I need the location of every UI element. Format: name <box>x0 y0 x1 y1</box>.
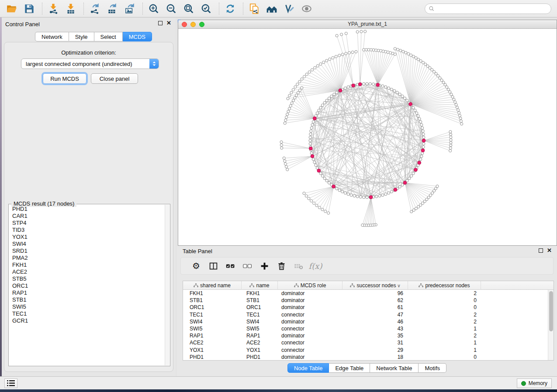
tab-motifs[interactable]: Motifs <box>419 363 446 373</box>
optimization-criterion-label: Optimization criterion: <box>4 49 173 56</box>
create-column-icon[interactable] <box>257 260 272 272</box>
show-hide-icon[interactable] <box>300 2 313 15</box>
run-mcds-button[interactable]: Run MCDS <box>43 73 86 84</box>
close-window-icon[interactable] <box>182 22 187 27</box>
memory-label: Memory <box>529 380 547 386</box>
table-row[interactable]: STB1STB1dominator620 <box>183 297 548 304</box>
tab-style[interactable]: Style <box>69 32 94 41</box>
mcds-node-item[interactable]: PHD1 <box>9 206 165 213</box>
status-bar: Memory <box>0 376 557 389</box>
save-session-icon[interactable] <box>23 2 36 15</box>
mcds-node-item[interactable]: GCR1 <box>9 317 165 324</box>
maximize-window-icon[interactable] <box>199 22 204 27</box>
function-builder-icon: f(x) <box>308 260 323 272</box>
home-layout-icon[interactable] <box>265 2 278 15</box>
mcds-result-list[interactable]: PHD1CAR1STP4TID3YOX1SWI4SRD1PMA2FKH1ACE2… <box>9 206 165 365</box>
mcds-node-item[interactable]: ACE2 <box>9 268 165 275</box>
close-panel-icon[interactable]: ✕ <box>166 21 171 25</box>
tab-network[interactable]: Network <box>35 32 69 41</box>
table-row[interactable]: ACE2ACE2connector311 <box>183 339 548 346</box>
tab-node-table[interactable]: Node Table <box>287 363 329 373</box>
float-panel-icon[interactable] <box>539 248 543 253</box>
column-header-shared-name[interactable]: shared name <box>183 281 242 290</box>
mcds-list-scrollbar[interactable] <box>165 205 170 365</box>
table-row[interactable]: FKH1FKH1dominator962 <box>183 290 548 297</box>
clone-network-icon[interactable] <box>248 2 261 15</box>
zoom-in-icon[interactable] <box>147 2 160 15</box>
table-header-row: shared namenameMCDS rolesuccessor nodesv… <box>183 281 554 290</box>
search-field[interactable] <box>425 3 551 14</box>
delete-column-icon[interactable] <box>274 260 289 272</box>
export-table-icon[interactable] <box>106 2 119 15</box>
optimization-criterion-select[interactable]: largest connected component (undirected) <box>21 58 159 69</box>
task-history-button[interactable] <box>4 378 17 388</box>
mcds-tab-content: Optimization criterion: largest connecte… <box>4 42 173 372</box>
table-cell: STB1 <box>183 297 242 303</box>
mcds-node-item[interactable]: SRD1 <box>9 248 165 254</box>
network-window-titlebar[interactable]: YPA_prune.txt_1 <box>178 20 557 29</box>
network-canvas[interactable] <box>178 29 557 245</box>
table-cell: dominator <box>278 354 343 360</box>
table-row[interactable]: PHD1PHD1dominator180 <box>183 354 548 360</box>
close-panel-button[interactable]: Close panel <box>91 73 138 84</box>
mcds-node-item[interactable]: STB1 <box>9 296 165 303</box>
table-cell: PHD1 <box>183 354 242 360</box>
dropdown-stepper-icon <box>149 59 159 69</box>
mcds-node-item[interactable]: ORC1 <box>9 282 165 289</box>
zoom-selected-icon[interactable] <box>200 2 213 15</box>
column-header-predecessor-nodes[interactable]: predecessor nodes <box>408 281 481 290</box>
float-panel-icon[interactable] <box>158 21 163 25</box>
search-input[interactable] <box>435 4 551 13</box>
mcds-node-item[interactable]: TEC1 <box>9 310 165 317</box>
tab-network-table[interactable]: Network Table <box>370 363 419 373</box>
table-row[interactable]: TEC1TEC1connector472 <box>183 311 548 318</box>
unselect-all-columns-icon[interactable] <box>240 260 255 272</box>
show-columns-icon[interactable] <box>206 260 221 272</box>
table-settings-gear-icon[interactable]: ⚙ <box>189 260 204 272</box>
mcds-node-item[interactable]: YOX1 <box>9 234 165 241</box>
column-header-name[interactable]: name <box>242 281 278 290</box>
table-panel-header: Table Panel ✕ <box>177 246 557 256</box>
mcds-node-item[interactable]: PMA2 <box>9 254 165 261</box>
annotation-icon[interactable] <box>283 2 296 15</box>
mcds-node-item[interactable]: SWI4 <box>9 241 165 248</box>
table-cell: 47 <box>343 312 408 318</box>
table-cell: FKH1 <box>183 290 242 296</box>
mcds-node-item[interactable]: TID3 <box>9 227 165 234</box>
export-network-icon[interactable] <box>88 2 101 15</box>
zoom-fit-icon[interactable] <box>182 2 195 15</box>
tab-select[interactable]: Select <box>94 32 123 41</box>
import-table-icon[interactable] <box>64 2 77 15</box>
table-row[interactable]: ORC1ORC1dominator610 <box>183 304 548 311</box>
table-cell: PHD1 <box>242 354 278 360</box>
mcds-node-item[interactable]: RAP1 <box>9 289 165 296</box>
table-cell: connector <box>278 312 343 318</box>
table-body[interactable]: FKH1FKH1dominator962STB1STB1dominator620… <box>183 290 548 360</box>
mcds-node-item[interactable]: SWI5 <box>9 303 165 310</box>
table-cell: 2 <box>408 312 481 318</box>
import-network-icon[interactable] <box>47 2 60 15</box>
column-header-MCDS-role[interactable]: MCDS role <box>278 281 343 290</box>
refresh-icon[interactable] <box>224 2 237 15</box>
zoom-out-icon[interactable] <box>165 2 178 15</box>
table-scrollbar[interactable] <box>548 290 554 360</box>
tab-mcds[interactable]: MCDS <box>123 32 152 41</box>
mcds-node-item[interactable]: CAR1 <box>9 213 165 220</box>
memory-button[interactable]: Memory <box>517 378 552 388</box>
mcds-node-item[interactable]: FKH1 <box>9 261 165 268</box>
table-row[interactable]: SWI5SWI5connector431 <box>183 325 548 332</box>
mcds-node-item[interactable]: STB5 <box>9 275 165 282</box>
open-file-icon[interactable] <box>5 2 18 15</box>
column-header-successor-nodes[interactable]: successor nodesv <box>343 281 408 290</box>
network-graph[interactable] <box>178 29 557 245</box>
select-all-columns-icon[interactable] <box>223 260 238 272</box>
table-row[interactable]: SWI4SWI4dominator462 <box>183 318 548 325</box>
table-row[interactable]: YOX1YOX1connector291 <box>183 347 548 354</box>
mcds-node-item[interactable]: STP4 <box>9 220 165 227</box>
export-image-icon[interactable] <box>123 2 136 15</box>
minimize-window-icon[interactable] <box>190 22 196 27</box>
tab-edge-table[interactable]: Edge Table <box>329 363 370 373</box>
table-row[interactable]: RAP1RAP1dominator352 <box>183 332 548 339</box>
table-scrollbar-thumb[interactable] <box>549 291 553 331</box>
close-panel-icon[interactable]: ✕ <box>547 248 552 253</box>
